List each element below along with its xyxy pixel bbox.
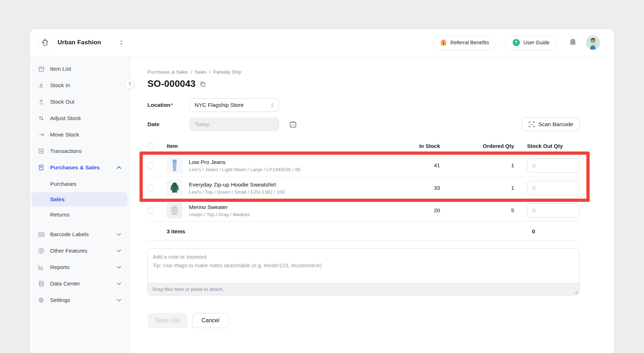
calendar-button[interactable] (289, 120, 297, 128)
note-placeholder-line2: Tip: Use #tags to make notes searchable … (153, 261, 574, 270)
copy-order-number-button[interactable] (200, 81, 206, 88)
org-switcher-button[interactable] (119, 40, 123, 45)
sidebar-item-label: Other Features (50, 248, 87, 254)
app-logo (38, 35, 53, 50)
sidebar-subitem-purchases[interactable]: Purchases (31, 177, 127, 191)
cancel-button[interactable]: Cancel (192, 313, 229, 328)
bar-chart-icon (38, 264, 45, 271)
sidebar-subitem-returns[interactable]: Returns (31, 208, 127, 222)
sidebar-item-stock-out[interactable]: Stock Out (30, 94, 130, 110)
user-guide-button[interactable]: ? User Guide (506, 35, 557, 50)
product-thumbnail-sweater (167, 203, 182, 218)
chevron-up-icon (117, 166, 121, 169)
attachment-dropzone[interactable]: Drag files here or paste to attach. (148, 283, 579, 295)
row-checkbox[interactable] (147, 208, 154, 214)
sidebar-item-label: Item List (50, 66, 71, 72)
referral-benefits-button[interactable]: Referral Benefits (433, 35, 496, 50)
document-icon (38, 164, 45, 171)
items-table-body: Low Pro Jeans Levi's / Jeans / Light Was… (147, 154, 580, 222)
scan-barcode-label: Scan Barcode (538, 121, 573, 128)
order-form: Location* NYC Flagship Store Date (147, 98, 580, 131)
table-summary-row: 3 items 0 (147, 222, 580, 241)
app-title: Urban Fashion (58, 39, 101, 46)
tshirt-logo-icon (40, 37, 50, 48)
sidebar-item-label: Transactions (50, 148, 82, 154)
sidebar-subitem-sales[interactable]: Sales (31, 192, 127, 207)
sidebar-subitem-label: Returns (50, 212, 69, 218)
breadcrumb-separator: / (209, 69, 211, 75)
breadcrumb-separator: / (191, 69, 192, 75)
breadcrumb-sales[interactable]: Sales (195, 69, 207, 75)
item-attributes: Levi's / Jeans / Light Wash / Large / LP… (189, 167, 301, 172)
purchases-sales-submenu: Purchases Sales Returns (30, 177, 130, 222)
sidebar-item-transactions[interactable]: Transactions (30, 143, 130, 159)
item-attributes: Uniqlo / Top / Gray / Medium (189, 212, 250, 217)
note-input[interactable]: Add a note or keyword Tip: Use #tags to … (148, 249, 579, 283)
stock-out-button[interactable]: Stock Out (147, 313, 187, 328)
arrows-up-down-icon (38, 115, 45, 122)
column-header-item: Item (167, 143, 397, 149)
note-box: Add a note or keyword Tip: Use #tags to … (147, 248, 580, 295)
sidebar-item-data-center[interactable]: Data Center (30, 275, 130, 292)
resize-handle[interactable] (575, 290, 578, 294)
breadcrumb-purchases-sales[interactable]: Purchases & Sales (147, 69, 188, 75)
sidebar-item-label: Barcode Labels (50, 231, 89, 238)
sidebar-collapse-button[interactable] (125, 79, 135, 89)
sidebar-item-label: Purchases & Sales (50, 164, 100, 171)
app-window: Urban Fashion Referral Benefits ? User G… (30, 29, 614, 353)
chevron-left-icon (128, 81, 131, 86)
archive-box-icon (38, 65, 45, 73)
sidebar-item-barcode-labels[interactable]: Barcode Labels (30, 226, 130, 243)
avatar[interactable] (586, 36, 600, 50)
column-header-in-stock: In Stock (397, 143, 440, 149)
stock-out-qty-input[interactable] (527, 203, 580, 218)
in-stock-value: 33 (397, 185, 440, 191)
notifications-button[interactable] (569, 38, 577, 47)
row-checkbox[interactable] (147, 163, 154, 169)
ordered-qty-value: 1 (440, 185, 514, 191)
page-title: SO-000043 (147, 78, 196, 89)
copy-icon (200, 81, 206, 88)
stock-out-qty-input[interactable] (527, 158, 580, 173)
item-attributes: Levi's / Top / Green / Small / EZH-1382 … (189, 189, 284, 195)
sidebar-item-label: Stock Out (50, 99, 74, 105)
breadcrumb: Purchases & Sales / Sales / Partially Sh… (147, 69, 580, 75)
product-thumbnail-hoodie (167, 180, 182, 196)
sidebar-item-stock-in[interactable]: Stock In (30, 77, 130, 94)
resize-grip-icon (575, 290, 578, 294)
chevron-down-icon (117, 299, 121, 302)
sidebar-item-other-features[interactable]: Other Features (30, 243, 130, 259)
date-input[interactable] (190, 118, 279, 131)
circle-plus-icon (38, 247, 45, 254)
sidebar-item-purchases-sales[interactable]: Purchases & Sales (30, 159, 130, 176)
select-all-checkbox[interactable] (147, 143, 154, 149)
stock-out-qty-input[interactable] (527, 181, 580, 195)
table-row: Low Pro Jeans Levi's / Jeans / Light Was… (147, 154, 580, 177)
arrow-right-dotted-icon (38, 131, 45, 138)
help-icon: ? (513, 39, 520, 46)
sidebar-item-adjust-stock[interactable]: Adjust Stock (30, 110, 130, 126)
up-down-carets-icon (119, 40, 123, 45)
table-row: Merino Sweater Uniqlo / Top / Gray / Med… (147, 199, 580, 222)
attach-hint: Drag files here or paste to attach. (152, 287, 224, 292)
sidebar-item-item-list[interactable]: Item List (30, 61, 130, 77)
main-content: Purchases & Sales / Sales / Partially Sh… (130, 56, 614, 353)
row-checkbox[interactable] (147, 185, 154, 192)
date-row: Date (147, 118, 580, 131)
bell-icon (569, 38, 577, 47)
sidebar-item-reports[interactable]: Reports (30, 259, 130, 275)
sidebar-item-label: Move Stock (50, 131, 79, 138)
product-thumbnail-jeans (167, 158, 182, 173)
required-mark: * (171, 102, 173, 108)
location-row: Location* NYC Flagship Store (147, 98, 580, 112)
avatar-image (586, 36, 600, 50)
sidebar-item-label: Reports (50, 264, 69, 270)
item-name: Everyday Zip-up Hoodie Sweatshirt (189, 182, 284, 188)
sidebar-item-settings[interactable]: Settings (30, 292, 130, 308)
chevron-down-icon (117, 249, 121, 252)
location-select[interactable]: NYC Flagship Store (190, 98, 279, 112)
scan-barcode-button[interactable]: Scan Barcode (522, 117, 580, 131)
app-body: Item List Stock In Stock Out Adjust Stoc… (30, 56, 614, 353)
form-actions: Stock Out Cancel (147, 313, 580, 328)
sidebar-item-move-stock[interactable]: Move Stock (30, 126, 130, 143)
